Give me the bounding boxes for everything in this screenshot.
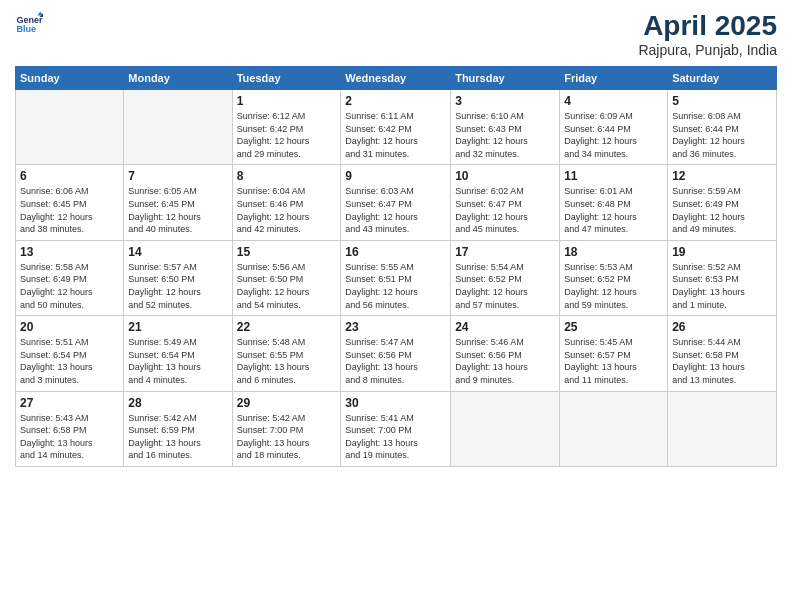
page-header: General Blue April 2025 Rajpura, Punjab,… [15, 10, 777, 58]
svg-text:Blue: Blue [16, 24, 36, 34]
day-number: 5 [672, 94, 772, 108]
day-number: 24 [455, 320, 555, 334]
day-info: Sunrise: 5:47 AMSunset: 6:56 PMDaylight:… [345, 336, 446, 386]
day-info: Sunrise: 5:59 AMSunset: 6:49 PMDaylight:… [672, 185, 772, 235]
day-info: Sunrise: 5:57 AMSunset: 6:50 PMDaylight:… [128, 261, 227, 311]
month-title: April 2025 [638, 10, 777, 42]
day-info: Sunrise: 5:42 AMSunset: 6:59 PMDaylight:… [128, 412, 227, 462]
day-info: Sunrise: 5:42 AMSunset: 7:00 PMDaylight:… [237, 412, 337, 462]
calendar-cell-w2-d5: 11Sunrise: 6:01 AMSunset: 6:48 PMDayligh… [560, 165, 668, 240]
day-number: 17 [455, 245, 555, 259]
weekday-header-row: Sunday Monday Tuesday Wednesday Thursday… [16, 67, 777, 90]
day-info: Sunrise: 6:05 AMSunset: 6:45 PMDaylight:… [128, 185, 227, 235]
header-friday: Friday [560, 67, 668, 90]
day-number: 12 [672, 169, 772, 183]
calendar-cell-w4-d4: 24Sunrise: 5:46 AMSunset: 6:56 PMDayligh… [451, 316, 560, 391]
day-number: 16 [345, 245, 446, 259]
calendar-table: Sunday Monday Tuesday Wednesday Thursday… [15, 66, 777, 467]
day-number: 30 [345, 396, 446, 410]
week-row-3: 13Sunrise: 5:58 AMSunset: 6:49 PMDayligh… [16, 240, 777, 315]
header-sunday: Sunday [16, 67, 124, 90]
day-number: 3 [455, 94, 555, 108]
day-number: 13 [20, 245, 119, 259]
day-info: Sunrise: 6:01 AMSunset: 6:48 PMDaylight:… [564, 185, 663, 235]
header-monday: Monday [124, 67, 232, 90]
title-block: April 2025 Rajpura, Punjab, India [638, 10, 777, 58]
week-row-5: 27Sunrise: 5:43 AMSunset: 6:58 PMDayligh… [16, 391, 777, 466]
calendar-cell-w3-d6: 19Sunrise: 5:52 AMSunset: 6:53 PMDayligh… [668, 240, 777, 315]
calendar-cell-w3-d3: 16Sunrise: 5:55 AMSunset: 6:51 PMDayligh… [341, 240, 451, 315]
day-number: 9 [345, 169, 446, 183]
day-info: Sunrise: 5:46 AMSunset: 6:56 PMDaylight:… [455, 336, 555, 386]
calendar-cell-w5-d3: 30Sunrise: 5:41 AMSunset: 7:00 PMDayligh… [341, 391, 451, 466]
day-number: 29 [237, 396, 337, 410]
calendar-cell-w3-d1: 14Sunrise: 5:57 AMSunset: 6:50 PMDayligh… [124, 240, 232, 315]
calendar-cell-w1-d5: 4Sunrise: 6:09 AMSunset: 6:44 PMDaylight… [560, 90, 668, 165]
calendar-cell-w1-d4: 3Sunrise: 6:10 AMSunset: 6:43 PMDaylight… [451, 90, 560, 165]
day-info: Sunrise: 5:58 AMSunset: 6:49 PMDaylight:… [20, 261, 119, 311]
calendar-cell-w2-d6: 12Sunrise: 5:59 AMSunset: 6:49 PMDayligh… [668, 165, 777, 240]
day-info: Sunrise: 5:54 AMSunset: 6:52 PMDaylight:… [455, 261, 555, 311]
day-number: 14 [128, 245, 227, 259]
header-thursday: Thursday [451, 67, 560, 90]
day-info: Sunrise: 6:10 AMSunset: 6:43 PMDaylight:… [455, 110, 555, 160]
day-number: 1 [237, 94, 337, 108]
calendar-cell-w1-d3: 2Sunrise: 6:11 AMSunset: 6:42 PMDaylight… [341, 90, 451, 165]
day-number: 25 [564, 320, 663, 334]
calendar-cell-w5-d5 [560, 391, 668, 466]
week-row-2: 6Sunrise: 6:06 AMSunset: 6:45 PMDaylight… [16, 165, 777, 240]
day-info: Sunrise: 6:06 AMSunset: 6:45 PMDaylight:… [20, 185, 119, 235]
day-info: Sunrise: 5:53 AMSunset: 6:52 PMDaylight:… [564, 261, 663, 311]
day-number: 2 [345, 94, 446, 108]
calendar-cell-w3-d2: 15Sunrise: 5:56 AMSunset: 6:50 PMDayligh… [232, 240, 341, 315]
day-info: Sunrise: 5:55 AMSunset: 6:51 PMDaylight:… [345, 261, 446, 311]
day-info: Sunrise: 5:43 AMSunset: 6:58 PMDaylight:… [20, 412, 119, 462]
header-tuesday: Tuesday [232, 67, 341, 90]
day-info: Sunrise: 5:56 AMSunset: 6:50 PMDaylight:… [237, 261, 337, 311]
day-number: 23 [345, 320, 446, 334]
day-info: Sunrise: 5:41 AMSunset: 7:00 PMDaylight:… [345, 412, 446, 462]
day-info: Sunrise: 5:44 AMSunset: 6:58 PMDaylight:… [672, 336, 772, 386]
day-info: Sunrise: 6:02 AMSunset: 6:47 PMDaylight:… [455, 185, 555, 235]
calendar-cell-w5-d6 [668, 391, 777, 466]
calendar-cell-w5-d2: 29Sunrise: 5:42 AMSunset: 7:00 PMDayligh… [232, 391, 341, 466]
calendar-cell-w2-d2: 8Sunrise: 6:04 AMSunset: 6:46 PMDaylight… [232, 165, 341, 240]
calendar-cell-w5-d1: 28Sunrise: 5:42 AMSunset: 6:59 PMDayligh… [124, 391, 232, 466]
calendar-cell-w4-d3: 23Sunrise: 5:47 AMSunset: 6:56 PMDayligh… [341, 316, 451, 391]
day-info: Sunrise: 5:52 AMSunset: 6:53 PMDaylight:… [672, 261, 772, 311]
svg-text:General: General [16, 15, 43, 25]
day-number: 4 [564, 94, 663, 108]
calendar-cell-w1-d2: 1Sunrise: 6:12 AMSunset: 6:42 PMDaylight… [232, 90, 341, 165]
day-info: Sunrise: 6:12 AMSunset: 6:42 PMDaylight:… [237, 110, 337, 160]
header-saturday: Saturday [668, 67, 777, 90]
day-number: 18 [564, 245, 663, 259]
day-number: 7 [128, 169, 227, 183]
calendar-cell-w4-d1: 21Sunrise: 5:49 AMSunset: 6:54 PMDayligh… [124, 316, 232, 391]
calendar-cell-w5-d4 [451, 391, 560, 466]
day-info: Sunrise: 5:45 AMSunset: 6:57 PMDaylight:… [564, 336, 663, 386]
calendar-cell-w3-d0: 13Sunrise: 5:58 AMSunset: 6:49 PMDayligh… [16, 240, 124, 315]
day-number: 20 [20, 320, 119, 334]
calendar-cell-w2-d4: 10Sunrise: 6:02 AMSunset: 6:47 PMDayligh… [451, 165, 560, 240]
calendar-cell-w1-d6: 5Sunrise: 6:08 AMSunset: 6:44 PMDaylight… [668, 90, 777, 165]
calendar-cell-w4-d6: 26Sunrise: 5:44 AMSunset: 6:58 PMDayligh… [668, 316, 777, 391]
calendar-cell-w4-d2: 22Sunrise: 5:48 AMSunset: 6:55 PMDayligh… [232, 316, 341, 391]
calendar-cell-w4-d0: 20Sunrise: 5:51 AMSunset: 6:54 PMDayligh… [16, 316, 124, 391]
day-number: 21 [128, 320, 227, 334]
day-info: Sunrise: 5:49 AMSunset: 6:54 PMDaylight:… [128, 336, 227, 386]
day-info: Sunrise: 6:04 AMSunset: 6:46 PMDaylight:… [237, 185, 337, 235]
location: Rajpura, Punjab, India [638, 42, 777, 58]
header-wednesday: Wednesday [341, 67, 451, 90]
logo: General Blue [15, 10, 43, 38]
day-info: Sunrise: 6:09 AMSunset: 6:44 PMDaylight:… [564, 110, 663, 160]
calendar-cell-w5-d0: 27Sunrise: 5:43 AMSunset: 6:58 PMDayligh… [16, 391, 124, 466]
day-info: Sunrise: 6:03 AMSunset: 6:47 PMDaylight:… [345, 185, 446, 235]
day-number: 22 [237, 320, 337, 334]
calendar-cell-w2-d3: 9Sunrise: 6:03 AMSunset: 6:47 PMDaylight… [341, 165, 451, 240]
day-number: 6 [20, 169, 119, 183]
calendar-cell-w2-d1: 7Sunrise: 6:05 AMSunset: 6:45 PMDaylight… [124, 165, 232, 240]
day-number: 27 [20, 396, 119, 410]
calendar-cell-w3-d4: 17Sunrise: 5:54 AMSunset: 6:52 PMDayligh… [451, 240, 560, 315]
day-number: 11 [564, 169, 663, 183]
logo-icon: General Blue [15, 10, 43, 38]
